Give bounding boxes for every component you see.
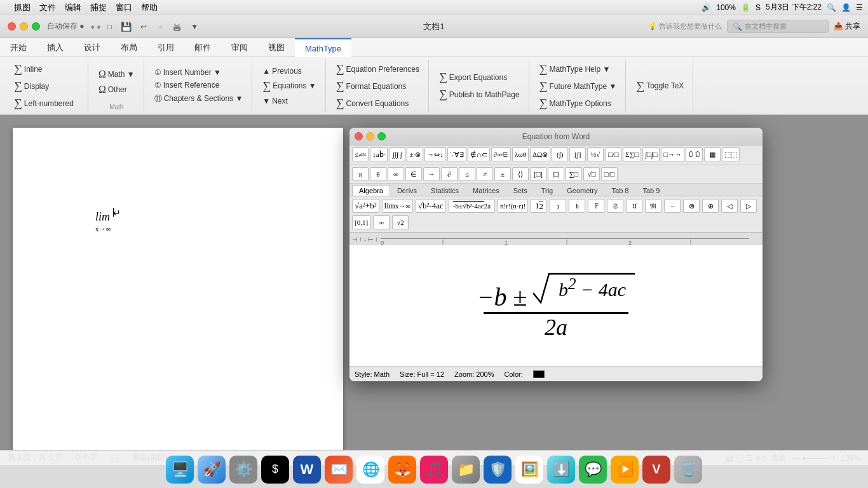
- sym-pi[interactable]: π: [352, 167, 369, 181]
- insert-number-btn[interactable]: ① Insert Number ▼: [152, 67, 246, 78]
- search-icon[interactable]: 🔍: [827, 3, 836, 12]
- sym-int3[interactable]: ∫∫∫ ∫: [389, 147, 405, 161]
- sym-leq2[interactable]: ≤: [459, 167, 475, 181]
- sym-k-frak[interactable]: 𝔨: [569, 199, 585, 213]
- previous-btn[interactable]: ▲ Previous: [260, 65, 318, 77]
- sym-partial2[interactable]: ∂: [441, 167, 458, 181]
- sym-neq[interactable]: ≠: [477, 167, 493, 181]
- sym-m-frak[interactable]: 𝔐: [645, 199, 661, 213]
- dock-download[interactable]: ⬇️: [547, 456, 575, 484]
- display-btn[interactable]: ∑ Display: [11, 78, 81, 94]
- sym-interval[interactable]: [0,1]: [352, 215, 370, 229]
- sym-arrows2[interactable]: □→→: [661, 147, 684, 161]
- next-btn[interactable]: ▼ Next: [260, 95, 318, 107]
- sym-fracbox[interactable]: □/□: [601, 167, 618, 181]
- inline-btn[interactable]: ∑ Inline: [11, 61, 81, 77]
- left-numbered-btn[interactable]: ∑ Left-numbered: [11, 95, 81, 111]
- sym-abc[interactable]: ↓ab̂·: [370, 147, 388, 161]
- sym-hat[interactable]: Û Û: [686, 147, 703, 161]
- dock-trash[interactable]: 🗑️: [674, 456, 702, 484]
- save-button[interactable]: 💾: [118, 20, 134, 33]
- dock-folder[interactable]: 📁: [452, 456, 480, 484]
- other-btn[interactable]: Ω Other: [96, 83, 137, 97]
- math-btn[interactable]: Ω Math ▼: [96, 67, 137, 81]
- menu-edit[interactable]: 编辑: [65, 2, 81, 13]
- dock-wechat[interactable]: 💬: [579, 456, 607, 484]
- more-btn[interactable]: ▼: [188, 21, 201, 32]
- tab-start[interactable]: 开始: [0, 38, 37, 57]
- tab-layout[interactable]: 布局: [111, 38, 147, 57]
- menu-capture2[interactable]: 捕捉: [90, 2, 107, 13]
- dock-word[interactable]: W: [293, 456, 321, 484]
- sym-sqrt[interactable]: ½√: [587, 147, 604, 161]
- sym-leq[interactable]: ≤≠≈: [352, 147, 369, 161]
- sym-bracket[interactable]: [∫]: [569, 147, 586, 161]
- sym-otimes[interactable]: ⊗: [683, 199, 700, 213]
- sym-pythagorean[interactable]: √a²+b²: [352, 199, 379, 213]
- dock-shield[interactable]: 🛡️: [484, 456, 512, 484]
- undo-button[interactable]: ↩: [138, 21, 149, 32]
- sym-arrow[interactable]: →⇔↓: [424, 147, 446, 161]
- tab-review[interactable]: 审阅: [221, 38, 258, 57]
- tab-mathtype[interactable]: MathType: [295, 38, 351, 57]
- mathtype-options-btn[interactable]: ∑ MathType Options: [537, 95, 620, 111]
- tab-derivs[interactable]: Derivs: [390, 185, 424, 196]
- dock-play[interactable]: ▶️: [611, 456, 639, 484]
- sym-lambda[interactable]: λωθ: [512, 147, 529, 161]
- list-icon[interactable]: ☰: [856, 3, 863, 12]
- tab-8[interactable]: Tab 8: [605, 185, 636, 196]
- maximize-button[interactable]: [32, 22, 40, 30]
- sym-sqbracket[interactable]: [□]: [530, 167, 546, 181]
- sym-u-frak[interactable]: 𝔘: [626, 199, 642, 213]
- dock-vivi[interactable]: V: [642, 456, 670, 484]
- tab-statistics[interactable]: Statistics: [424, 185, 466, 196]
- sym-absbracket[interactable]: |□|: [548, 167, 564, 181]
- export-eq-btn[interactable]: ∑ Export Equations: [437, 69, 522, 85]
- sym-quadratic[interactable]: -b±√b²-4ac 2a: [449, 199, 495, 213]
- mathtype-help-btn[interactable]: ∑ MathType Help ▼: [537, 61, 620, 77]
- sym-s-frak[interactable]: 𝔖: [607, 199, 623, 213]
- publish-btn[interactable]: ∑ Publish to MathPage: [437, 86, 522, 102]
- sym-oplus[interactable]: ⊕: [702, 199, 719, 213]
- menu-capture[interactable]: 抓图: [14, 2, 31, 13]
- autosave-btn[interactable]: 自动保存 ●: [44, 20, 87, 33]
- sym-pm[interactable]: ±: [494, 167, 511, 181]
- equation-dialog[interactable]: Equation from Word ≤≠≈ ↓ab̂· ∫∫∫ ∫ ±·⊗ →…: [349, 128, 763, 381]
- sym-theta[interactable]: θ: [370, 167, 386, 181]
- minimize-button[interactable]: [20, 22, 28, 30]
- sym-forall[interactable]: ∵∀∃: [447, 147, 466, 161]
- format-eq-btn[interactable]: ∑ Format Equations: [334, 78, 422, 94]
- document-page[interactable]: lim x→∞ ↵: [13, 128, 343, 458]
- sym-ltri[interactable]: ◁: [721, 199, 738, 213]
- sym-f-frak[interactable]: 𝔽: [588, 199, 604, 213]
- menu-file[interactable]: 文件: [39, 2, 56, 13]
- dialog-minimize[interactable]: [366, 132, 374, 140]
- sym-sum[interactable]: Σ∑□: [623, 147, 641, 161]
- sym-sqrt-disc[interactable]: √b²-4ac: [416, 199, 446, 213]
- dock-firefox[interactable]: 🦊: [388, 456, 416, 484]
- sym-anglebracket[interactable]: ⟨⟩: [512, 167, 529, 181]
- sym-delta[interactable]: ΔΩ⊗: [530, 147, 550, 161]
- menu-window[interactable]: 窗口: [116, 2, 132, 13]
- dock-music[interactable]: 🎵: [420, 456, 448, 484]
- tab-geometry[interactable]: Geometry: [560, 185, 604, 196]
- dialog-close[interactable]: [355, 132, 363, 140]
- dock-launchpad[interactable]: 🚀: [198, 456, 226, 484]
- print-button[interactable]: 🖨️: [170, 21, 184, 32]
- dock-settings[interactable]: ⚙️: [229, 456, 257, 484]
- menu-help[interactable]: 帮助: [141, 2, 158, 13]
- tab-mail[interactable]: 邮件: [184, 38, 221, 57]
- sym-sqrtbox[interactable]: √□: [583, 167, 600, 181]
- sym-matrix[interactable]: ▦: [704, 147, 721, 161]
- sym-frac[interactable]: □/□: [605, 147, 621, 161]
- dock-chrome[interactable]: 🌐: [356, 456, 384, 484]
- tab-trig[interactable]: Trig: [534, 185, 560, 196]
- sym-paren[interactable]: (∫): [552, 147, 568, 161]
- sym-half[interactable]: 1 2: [531, 199, 547, 213]
- sym-limit[interactable]: limx→∞: [382, 199, 413, 213]
- tab-9[interactable]: Tab 9: [635, 185, 667, 196]
- tab-sets[interactable]: Sets: [506, 185, 534, 196]
- share-button[interactable]: 📤 共享: [834, 21, 860, 32]
- tab-design[interactable]: 设计: [74, 38, 111, 57]
- tab-matrices[interactable]: Matrices: [466, 185, 506, 196]
